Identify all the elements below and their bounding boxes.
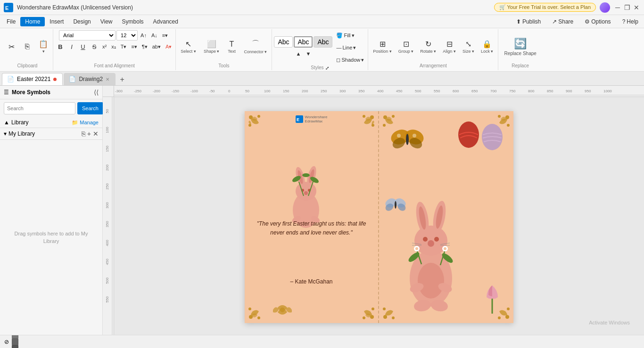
svg-text:200: 200 [105, 164, 109, 171]
lock-button[interactable]: 🔒Lock ▾ [478, 38, 496, 55]
canvas-content[interactable]: E Wondershare EdrawMax [114, 97, 644, 335]
style-item-2[interactable]: Abc [294, 36, 313, 48]
svg-text:650: 650 [471, 89, 478, 93]
options-button[interactable]: ⚙ Options [581, 17, 614, 26]
scroll-up-styles[interactable]: ▲ [294, 49, 303, 59]
svg-point-82 [505, 315, 509, 319]
publish-button[interactable]: ⬆ Publish [512, 17, 545, 26]
minimize-button[interactable]: ─ [614, 4, 621, 11]
menu-view[interactable]: View [96, 17, 117, 26]
select-button[interactable]: ↖ Select ▾ [178, 38, 199, 55]
bold-button[interactable]: B [55, 41, 66, 52]
line-button[interactable]: — Line ▾ [334, 42, 366, 53]
main-layout: ☰ More Symbols ⟨⟨ Search ▲ Library 📁 Man… [0, 86, 644, 335]
color-swatch[interactable] [12, 339, 18, 345]
my-library-copy-button[interactable]: ⎘ [82, 130, 85, 138]
connector-button[interactable]: ⌒ Connector ▾ [241, 38, 270, 56]
library-expand-icon[interactable]: ▲ [4, 119, 9, 126]
menu-advanced[interactable]: Advanced [149, 17, 183, 26]
svg-text:250: 250 [105, 183, 109, 190]
sidebar-icon: ☰ [4, 89, 9, 96]
style-item-1[interactable]: Abc [274, 36, 293, 48]
sidebar-collapse-button[interactable]: ⟨⟨ [94, 89, 99, 96]
replace-section: 🔄 Replace Shape Replace [498, 29, 542, 70]
align-button[interactable]: ≡▾ [160, 30, 170, 40]
svg-text:-150: -150 [172, 89, 180, 93]
tab-drawing[interactable]: 📄 Drawing2 ✕ [64, 73, 116, 85]
search-button[interactable]: Search [77, 102, 103, 114]
svg-point-84 [507, 308, 510, 310]
svg-point-118 [415, 247, 418, 250]
italic-button[interactable]: I [66, 41, 77, 52]
card-left-panel: E Wondershare EdrawMax [245, 111, 379, 323]
svg-text:600: 600 [453, 89, 459, 93]
tab-icon-drawing: 📄 [69, 76, 76, 82]
position-button[interactable]: ⊞Position ▾ [370, 38, 395, 55]
list-button[interactable]: ≡▾ [129, 41, 139, 52]
svg-text:700: 700 [490, 89, 497, 93]
copy-button[interactable]: ⎘ [20, 40, 35, 53]
font-select[interactable]: Arial [59, 30, 116, 40]
user-avatar[interactable] [600, 2, 610, 13]
search-input[interactable] [4, 102, 75, 114]
sidebar: ☰ More Symbols ⟨⟨ Search ▲ Library 📁 Man… [0, 86, 103, 335]
shape-button[interactable]: ⬜ Shape ▾ [201, 38, 223, 55]
color-swatch[interactable] [12, 345, 18, 348]
color-swatch[interactable] [12, 335, 18, 339]
menu-design[interactable]: Design [68, 17, 95, 26]
svg-text:150: 150 [283, 89, 289, 93]
svg-point-43 [257, 115, 260, 118]
font-size-select[interactable]: 12 [116, 30, 138, 40]
paste-button[interactable]: 📋▾ [36, 38, 51, 55]
group-button[interactable]: ⊡Group ▾ [396, 38, 417, 55]
sidebar-title: More Symbols [12, 89, 94, 96]
rotate-button[interactable]: ↻Rotate ▾ [417, 38, 439, 55]
style-item-3[interactable]: Abc [314, 36, 332, 48]
superscript-button[interactable]: x² [100, 41, 108, 52]
ruler-top-row: -300 -250 -200 -150 -100 -50 0 50 100 15… [103, 86, 644, 97]
share-button[interactable]: ↗ Share [548, 17, 577, 26]
font-increase-button[interactable]: A↑ [139, 30, 149, 40]
text-format-button[interactable]: T▾ [119, 41, 129, 52]
svg-point-85 [458, 121, 479, 148]
fill-button[interactable]: 🪣 Fill ▾ [334, 30, 366, 40]
shadow-button[interactable]: ◻ Shadow ▾ [334, 55, 366, 65]
canvas-scroll-area[interactable]: 50 100 150 200 250 300 350 400 450 500 5… [103, 97, 644, 335]
tab-add-button[interactable]: + [116, 74, 128, 85]
font-color-btn[interactable]: A▾ [164, 41, 173, 52]
para-button[interactable]: ¶▾ [140, 41, 149, 52]
menu-insert[interactable]: Insert [45, 17, 68, 26]
font-decrease-button[interactable]: A↓ [149, 30, 159, 40]
restore-button[interactable]: ❐ [623, 4, 631, 11]
tab-easter[interactable]: 📄 Easter 20221 [2, 73, 63, 85]
palette-no-fill[interactable]: ⊘ [2, 337, 11, 347]
svg-text:-300: -300 [115, 89, 123, 93]
close-button[interactable]: ✕ [633, 4, 640, 11]
strikethrough-button[interactable]: S [89, 41, 99, 52]
subscript-button[interactable]: x₂ [109, 41, 118, 52]
styles-expand[interactable]: ⤢ [325, 65, 329, 71]
watermark: E Wondershare EdrawMax [296, 115, 328, 123]
svg-text:900: 900 [566, 89, 572, 93]
text-button[interactable]: T Text [224, 39, 239, 55]
replace-shape-button[interactable]: 🔄 Replace Shape [500, 30, 540, 63]
cut-button[interactable]: ✂ [4, 40, 19, 53]
menu-home[interactable]: Home [20, 17, 45, 26]
svg-text:400: 400 [377, 89, 384, 93]
highlight-btn[interactable]: ab▾ [150, 41, 163, 52]
menu-symbols[interactable]: Symbols [117, 17, 149, 26]
svg-point-95 [418, 263, 444, 299]
trial-banner[interactable]: 🛒 Your Free Trial is over. Select a Plan [494, 3, 596, 12]
tab-close-drawing[interactable]: ✕ [106, 77, 109, 82]
scroll-down-styles[interactable]: ▼ [304, 49, 313, 59]
size-button[interactable]: ⤡Size ▾ [460, 38, 477, 55]
my-library-close-button[interactable]: ✕ [93, 130, 99, 138]
my-library-expand-icon[interactable]: ▾ [4, 130, 7, 137]
tab-label-drawing: Drawing2 [79, 76, 103, 82]
menu-file[interactable]: File [2, 17, 20, 26]
my-library-add-button[interactable]: + [87, 130, 91, 138]
manage-button[interactable]: 📁 Manage [72, 120, 99, 126]
underline-button[interactable]: U [78, 41, 88, 52]
help-button[interactable]: ? Help [619, 17, 642, 26]
align-btn[interactable]: ⊟Align ▾ [440, 38, 459, 55]
